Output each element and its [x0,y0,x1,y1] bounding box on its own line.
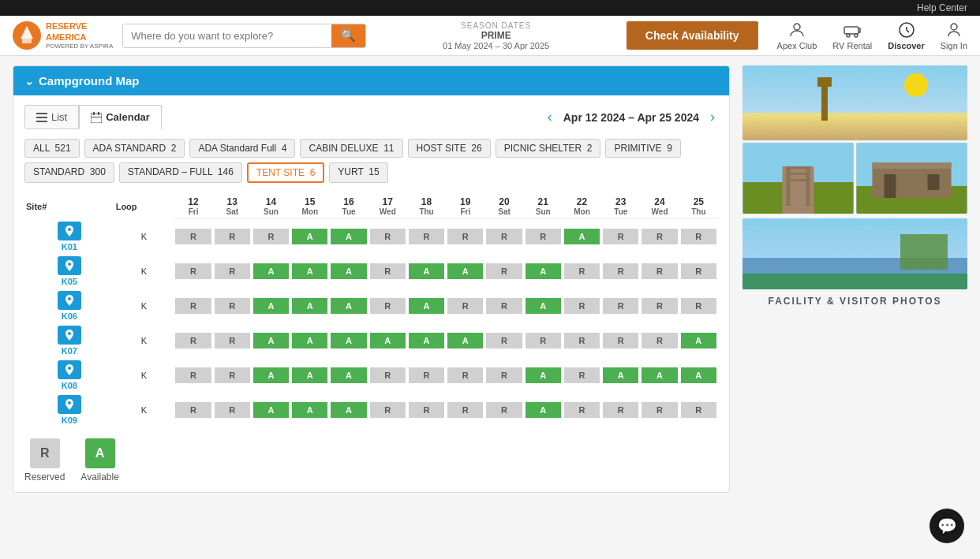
availability-cell[interactable]: A [524,254,563,289]
loop-cell: K [114,323,174,358]
availability-cell[interactable]: A [407,289,446,323]
svg-point-23 [904,73,928,97]
header: RESERVEAMERICA POWERED BY ASPIRA 🔍 SEASO… [0,16,980,56]
site-map-icon[interactable] [58,360,81,379]
filter-yurt[interactable]: YURT 15 [329,162,387,183]
availability-cell[interactable]: A [679,323,718,358]
availability-cell[interactable]: A [252,254,290,289]
availability-cell: R [563,323,601,358]
site-cell[interactable]: K08 [24,358,114,393]
logo-sub: POWERED BY ASPIRA [46,43,113,50]
availability-cell[interactable]: A [290,219,329,254]
chevron-down-icon: ⌄ [24,75,34,88]
site-id[interactable]: K01 [62,242,77,252]
season-dates: 01 May 2024 – 30 Apr 2025 [376,41,617,50]
prev-date-button[interactable]: ‹ [544,109,555,125]
search-bar[interactable]: 🔍 [122,24,365,48]
site-cell[interactable]: K09 [24,393,114,427]
availability-cell[interactable]: A [329,254,368,289]
nav-item-sign-in[interactable]: Sign In [941,20,967,50]
availability-cell: R [407,358,446,393]
filter-host-site[interactable]: HOST SITE 26 [408,139,491,158]
site-id[interactable]: K07 [62,346,77,356]
availability-cell[interactable]: A [252,358,290,393]
availability-cell[interactable]: A [407,254,446,289]
help-center-link[interactable]: Help Center [917,2,967,13]
site-map-icon[interactable] [58,256,81,275]
availability-cell[interactable]: A [368,323,407,358]
availability-cell[interactable]: A [290,358,329,393]
discover-icon [897,20,916,39]
availability-cell[interactable]: A [290,323,329,358]
top-bar: Help Center [0,0,980,16]
site-cell[interactable]: K05 [24,254,114,289]
photo-beach[interactable] [742,65,967,140]
map-pin-icon [62,259,77,272]
site-map-icon[interactable] [58,326,81,345]
availability-cell[interactable]: A [329,358,368,393]
nav-item-apex-club[interactable]: Apex Club [777,20,817,50]
availability-cell: R [213,289,252,323]
photo-path[interactable] [742,143,854,214]
filter-ada-standard[interactable]: ADA STANDARD 2 [84,139,185,158]
svg-rect-30 [787,166,791,206]
site-map-icon[interactable] [58,222,81,240]
rv-icon [843,20,862,39]
search-input[interactable] [123,24,331,47]
filter-ada-standard-full[interactable]: ADA Standard Full 4 [189,139,295,158]
availability-cell[interactable]: A [290,254,329,289]
availability-cell[interactable]: A [329,289,368,323]
availability-cell[interactable]: A [446,323,484,358]
svg-point-21 [68,401,71,404]
svg-rect-12 [91,114,102,123]
filter-cabin-deluxe[interactable]: CABIN DELUXE 11 [300,139,402,158]
filter-primitive[interactable]: PRIMITIVE 9 [605,139,680,158]
availability-cell[interactable]: A [679,358,718,393]
availability-cell[interactable]: A [601,358,640,393]
availability-cell[interactable]: A [563,219,601,254]
availability-cell[interactable]: A [524,358,563,393]
nav-item-discover[interactable]: Discover [888,20,924,50]
logo[interactable]: RESERVEAMERICA POWERED BY ASPIRA [13,21,113,50]
filter-picnic-shelter[interactable]: PICNIC SHELTER 2 [496,139,601,158]
table-row: K09 KRRAAARRRRARRRR [24,393,718,427]
site-cell[interactable]: K01 [24,219,114,254]
site-cell[interactable]: K07 [24,323,114,358]
site-map-icon[interactable] [58,291,81,310]
next-date-button[interactable]: › [707,109,718,125]
availability-cell[interactable]: A [252,393,290,427]
check-availability-button[interactable]: Check Availability [627,21,758,50]
nav-item-rv-rental[interactable]: RV Rental [832,20,872,50]
filter-all[interactable]: ALL 521 [24,139,80,158]
availability-cell: R [174,323,212,358]
availability-cell[interactable]: A [524,393,563,427]
filter-standard[interactable]: STANDARD 300 [24,162,114,183]
availability-cell[interactable]: A [252,289,290,323]
svg-point-17 [68,263,71,266]
availability-cell[interactable]: A [290,289,329,323]
availability-cell[interactable]: A [329,219,368,254]
site-id[interactable]: K08 [62,381,77,390]
tab-calendar[interactable]: Calendar [79,105,162,129]
availability-cell[interactable]: A [446,254,484,289]
availability-cell[interactable]: A [640,358,679,393]
site-cell[interactable]: K06 [24,289,114,323]
main-content: ⌄ Campground Map List [0,56,980,502]
availability-cell[interactable]: A [407,323,446,358]
availability-cell[interactable]: A [252,323,290,358]
photo-fort[interactable] [856,143,967,214]
availability-cell[interactable]: A [524,289,563,323]
site-id[interactable]: K09 [62,416,77,425]
filter-tent-site[interactable]: TENT SITE 6 [247,162,324,183]
filter-standard-full[interactable]: STANDARD – FULL 146 [119,162,242,183]
tab-list[interactable]: List [24,105,79,129]
availability-cell[interactable]: A [329,323,368,358]
site-id[interactable]: K05 [62,277,77,286]
map-pin-icon [62,363,77,376]
photo-water[interactable] [742,218,967,289]
site-id[interactable]: K06 [62,311,77,321]
search-button[interactable]: 🔍 [331,24,365,47]
site-map-icon[interactable] [58,395,81,414]
availability-cell[interactable]: A [290,393,329,427]
availability-cell[interactable]: A [329,393,368,427]
